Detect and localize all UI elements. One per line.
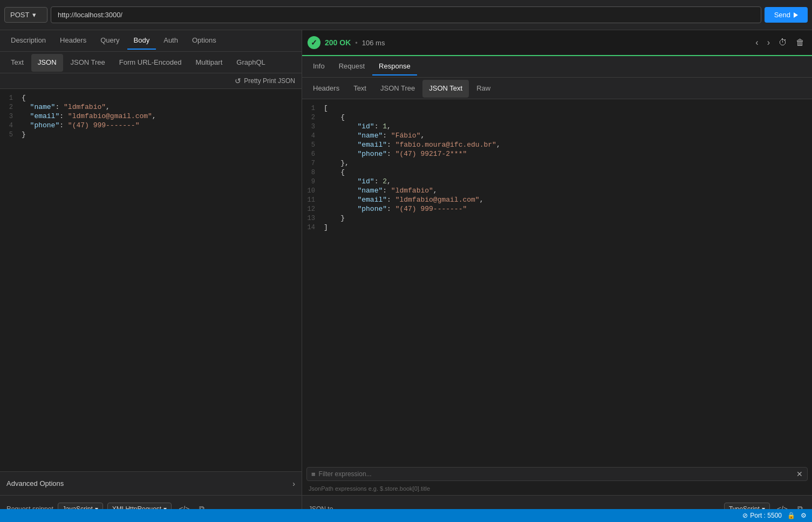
right-panel: ✓ 200 OK • 106 ms ‹ › ⏱ 🗑 Info Request R…: [302, 30, 812, 522]
code-line-3: 3 "email": "ldmfabio@gmail.com",: [0, 112, 302, 121]
body-tab-json[interactable]: JSON: [31, 54, 63, 72]
back-nav-button[interactable]: ‹: [753, 36, 760, 50]
body-sub-tab-bar: Text JSON JSON Tree Form URL-Encoded Mul…: [0, 52, 302, 73]
delete-icon-button[interactable]: 🗑: [794, 36, 807, 50]
response-time: 106 ms: [362, 39, 385, 47]
resp-line-7: 7 },: [302, 159, 812, 168]
tab-auth[interactable]: Auth: [157, 32, 185, 50]
resp-tab-json-tree[interactable]: JSON Tree: [374, 80, 421, 98]
pretty-print-button[interactable]: ↺ Pretty Print JSON: [235, 77, 295, 85]
tab-info[interactable]: Info: [306, 58, 331, 75]
url-input[interactable]: [51, 6, 761, 23]
body-tab-form-url-encoded[interactable]: Form URL-Encoded: [113, 54, 188, 72]
resp-line-12: 12 "phone": "(47) 999-------": [302, 204, 812, 214]
resp-line-5: 5 "email": "fabio.moura@ifc.edu.br",: [302, 140, 812, 149]
filter-hint: JsonPath expressions e.g. $.store.book[0…: [302, 484, 812, 495]
resp-tab-headers[interactable]: Headers: [306, 80, 346, 98]
body-tab-text[interactable]: Text: [4, 54, 30, 72]
status-icon-2: ⚙: [801, 512, 807, 519]
resp-line-8: 8 {: [302, 168, 812, 177]
main-layout: Description Headers Query Body Auth Opti…: [0, 30, 812, 522]
status-check-icon: ✓: [308, 36, 320, 49]
advanced-options-bar[interactable]: Advanced Options ›: [0, 471, 302, 495]
method-chevron-icon: ▾: [32, 11, 36, 19]
resp-line-10: 10 "name": "ldmfabio",: [302, 186, 812, 195]
resp-tab-json-text[interactable]: JSON Text: [422, 80, 469, 98]
resp-line-3: 3 "id": 1,: [302, 122, 812, 131]
filter-bar: ≡ ✕: [306, 467, 808, 481]
resp-line-11: 11 "email": "ldmfabio@gmail.com",: [302, 195, 812, 204]
pretty-print-icon: ↺: [235, 77, 241, 85]
resp-line-6: 6 "phone": "(47) 99217-2***": [302, 149, 812, 159]
send-button[interactable]: Send: [765, 7, 808, 23]
code-line-4: 4 "phone": "(47) 999-------": [0, 121, 302, 130]
resp-tab-text[interactable]: Text: [347, 80, 373, 98]
filter-input[interactable]: [319, 470, 793, 478]
advanced-chevron-icon: ›: [292, 479, 295, 488]
tab-response[interactable]: Response: [372, 58, 417, 75]
port-check-icon: ⊘: [742, 512, 748, 519]
body-tab-json-tree[interactable]: JSON Tree: [64, 54, 112, 72]
right-code-editor: 1 [ 2 { 3 "id": 1, 4 "name": "Fábio", 5 …: [302, 99, 812, 464]
resp-line-13: 13 }: [302, 214, 812, 223]
dot-separator: •: [355, 39, 358, 47]
pretty-print-label: Pretty Print JSON: [244, 77, 295, 85]
port-indicator: ⊘ Port : 5500: [742, 512, 782, 519]
left-panel: Description Headers Query Body Auth Opti…: [0, 30, 302, 522]
port-label: Port : 5500: [750, 512, 782, 519]
resp-line-2: 2 {: [302, 113, 812, 122]
filter-close-button[interactable]: ✕: [796, 470, 803, 478]
left-tab-bar: Description Headers Query Body Auth Opti…: [0, 30, 302, 52]
tab-body[interactable]: Body: [127, 32, 156, 50]
code-line-1: 1 {: [0, 93, 302, 102]
resp-line-4: 4 "name": "Fábio",: [302, 131, 812, 140]
left-code-editor[interactable]: 1 { 2 "name": "ldmfabio", 3 "email": "ld…: [0, 89, 302, 471]
resp-line-9: 9 "id": 2,: [302, 177, 812, 186]
filter-icon: ≡: [311, 470, 316, 478]
history-icon-button[interactable]: ⏱: [776, 36, 789, 50]
resp-tab-raw[interactable]: Raw: [470, 80, 497, 98]
tab-description[interactable]: Description: [4, 32, 52, 50]
send-arrow-icon: [794, 12, 798, 18]
response-body-tab-bar: Headers Text JSON Tree JSON Text Raw: [302, 78, 812, 99]
body-tab-graphql[interactable]: GraphQL: [230, 54, 271, 72]
tab-request[interactable]: Request: [332, 58, 371, 75]
status-code: 200 OK: [325, 38, 351, 47]
tab-options[interactable]: Options: [186, 32, 223, 50]
response-tab-bar: Info Request Response: [302, 56, 812, 78]
method-label: POST: [10, 11, 29, 19]
tab-query[interactable]: Query: [94, 32, 126, 50]
tab-headers[interactable]: Headers: [53, 32, 93, 50]
body-tab-multipart[interactable]: Multipart: [189, 54, 229, 72]
method-select[interactable]: POST ▾: [4, 7, 47, 23]
top-bar: POST ▾ Send: [0, 0, 812, 30]
status-bar: ⊘ Port : 5500 🔒 ⚙: [0, 509, 812, 522]
response-status-bar: ✓ 200 OK • 106 ms ‹ › ⏱ 🗑: [302, 30, 812, 56]
send-label: Send: [774, 11, 790, 19]
code-line-5: 5 }: [0, 130, 302, 139]
response-actions: ‹ › ⏱ 🗑: [753, 36, 807, 50]
forward-nav-button[interactable]: ›: [765, 36, 772, 50]
resp-line-1: 1 [: [302, 104, 812, 113]
resp-line-14: 14 ]: [302, 223, 812, 232]
advanced-options-title: Advanced Options: [6, 479, 64, 487]
pretty-print-row: ↺ Pretty Print JSON: [0, 73, 302, 89]
code-line-2: 2 "name": "ldmfabio",: [0, 102, 302, 112]
status-icon-1: 🔒: [787, 512, 795, 519]
